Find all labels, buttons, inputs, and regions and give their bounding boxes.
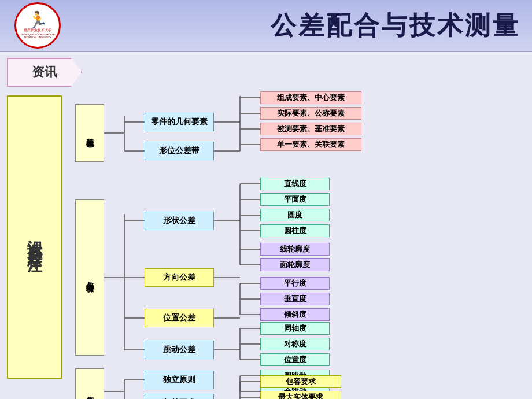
box-tzd-label: 同轴度 [284,323,306,334]
box-dyysglys: 单一要素、关联要素 [260,138,361,151]
box-yd: 圆度 [260,209,330,221]
box-wzgc: 位置公差 [145,309,214,327]
box-jihe-label: 几何公差特征项 [84,276,95,280]
box-bcysjzysk-label: 被测要素、基准要素 [277,124,345,134]
box-qxd: 倾斜度 [260,308,330,321]
box-yzd-label: 圆柱度 [284,226,306,236]
zixun-arrow: 资讯 [7,58,82,87]
main-title-box: 识读几何公差标注 [7,95,62,379]
box-zxd-label: 直线度 [284,179,306,189]
box-fxgc-label: 方向公差 [163,272,195,283]
box-tdgc-label: 跳动公差 [163,345,195,355]
box-wzgc-label: 位置公差 [163,313,195,323]
box-dyysglys-label: 单一要素、关联要素 [277,139,345,150]
box-dlyz: 独立原则 [145,371,214,389]
box-pmd: 平面度 [260,193,330,206]
box-zdstiyq: 最大实体要求 [260,391,341,399]
box-fxgc: 方向公差 [145,268,214,287]
box-xlkd: 线轮廓度 [260,243,330,256]
box-bcysjzysk: 被测要素、基准要素 [260,123,361,135]
box-mlkd-label: 面轮廓度 [280,260,310,270]
box-xgyq: 相关要求 [145,394,214,399]
header: 🏃 重庆职业技术大学 CHONGQING VOCATIONAL AND TECH… [0,0,532,52]
logo-text-cn: 重庆职业技术大学 [24,28,51,32]
box-tzd: 同轴度 [260,322,330,335]
box-zdstiyq-label: 最大实体要求 [278,392,323,399]
header-title: 公差配合与技术测量 [271,9,520,43]
logo-text-en: CHONGQING VOCATIONAL AND TECHNICAL UNIVE… [16,33,59,39]
box-xlkd-label: 线轮廓度 [280,244,310,254]
box-wzd-label: 位置度 [284,354,306,365]
box-bryq: 包容要求 [260,375,341,388]
main-title-text: 识读几何公差标注 [25,228,43,246]
box-gongli: 公差原则 [75,368,104,399]
box-qxd-label: 倾斜度 [284,309,306,320]
box-mlkd: 面轮廓度 [260,258,330,271]
box-dccd-label: 对称度 [284,339,306,349]
box-jiben: 基本概念 [75,104,104,162]
box-sjysgcysk-label: 实际要素、公称要素 [277,108,345,119]
box-ljhysk: 零件的几何要素 [145,113,214,131]
box-tdgc: 跳动公差 [145,341,214,359]
box-xwgcd: 形位公差带 [145,142,214,160]
box-jiben-label: 基本概念 [84,132,95,134]
box-czd-label: 垂直度 [284,294,306,304]
box-zczxysk: 组成要素、中心要素 [260,91,361,104]
box-pxd: 平行度 [260,277,330,290]
box-xwgcd-label: 形位公差带 [159,146,200,156]
box-zczxysk-label: 组成要素、中心要素 [277,93,345,103]
main-content: 资讯 识读几何公差标注 [0,52,532,399]
box-xzgc-label: 形状公差 [163,216,195,226]
box-zxd: 直线度 [260,178,330,190]
box-pmd-label: 平面度 [284,194,306,205]
box-jihe: 几何公差特征项 [75,200,104,356]
box-czd: 垂直度 [260,293,330,305]
box-wzd: 位置度 [260,353,330,366]
box-pxd-label: 平行度 [284,278,306,289]
box-dlyz-label: 独立原则 [163,375,195,385]
logo-circle: 🏃 重庆职业技术大学 CHONGQING VOCATIONAL AND TECH… [14,2,61,49]
box-gongli-label: 公差原则 [84,390,95,393]
box-ljhysk-label: 零件的几何要素 [151,117,208,127]
logo-area: 🏃 重庆职业技术大学 CHONGQING VOCATIONAL AND TECH… [12,2,64,49]
box-xzgc: 形状公差 [145,212,214,230]
box-sjysgcysk: 实际要素、公称要素 [260,107,361,120]
box-yzd: 圆柱度 [260,224,330,237]
box-yd-label: 圆度 [287,210,302,220]
box-dccd: 对称度 [260,338,330,350]
box-bryq-label: 包容要求 [286,376,316,387]
zixun-label: 资讯 [32,64,57,81]
tree-container: 基本概念 几何公差特征项 公差原则 零件的几何要素 形位公差带 组成要素、中心要… [69,87,523,399]
logo-figure: 🏃 [28,12,48,28]
